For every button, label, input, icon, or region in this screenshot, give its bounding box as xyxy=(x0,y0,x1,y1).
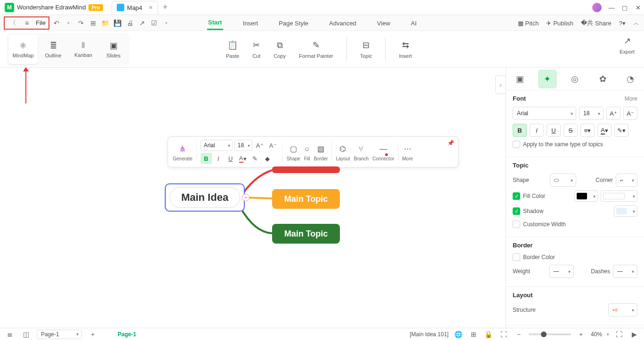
add-tab-button[interactable]: + xyxy=(163,2,168,12)
highlight-button[interactable]: ✎ xyxy=(250,153,261,164)
maximize-button[interactable]: ▢ xyxy=(621,4,628,11)
strike-panel-button[interactable]: S xyxy=(564,124,578,137)
pin-icon[interactable]: 📌 xyxy=(447,140,454,146)
fontcolor-panel-button[interactable]: A▾ xyxy=(597,124,612,137)
italic-panel-button[interactable]: I xyxy=(530,124,544,137)
shape-button[interactable]: ▢Shape xyxy=(287,143,300,161)
tab-advanced[interactable]: Advanced xyxy=(328,17,357,30)
font-select[interactable]: Arial xyxy=(201,140,233,151)
decrease-font-panel[interactable]: A⁻ xyxy=(623,107,637,120)
weight-select[interactable]: — xyxy=(549,265,574,278)
generate-button[interactable]: ⋔ Generate xyxy=(173,143,193,161)
tab-insert[interactable]: Insert xyxy=(242,17,259,30)
more-button[interactable]: ⋯More xyxy=(402,143,413,161)
panel-tab-clipart[interactable]: ✿ xyxy=(593,70,612,88)
menu-icon[interactable]: ≡ xyxy=(22,18,32,28)
bordercolor-checkbox[interactable] xyxy=(513,253,520,261)
apply-same-checkbox[interactable] xyxy=(513,141,520,148)
connector-button[interactable]: —Connector xyxy=(372,143,394,161)
fill-button[interactable]: ○Fill xyxy=(304,143,310,161)
pitch-button[interactable]: ▦ Pitch xyxy=(518,20,539,27)
increase-font-panel[interactable]: A⁺ xyxy=(606,107,620,120)
fillcolor-picker[interactable] xyxy=(574,190,598,202)
collapse-panel-button[interactable]: › xyxy=(495,75,506,94)
cut-button[interactable]: ✂Cut xyxy=(252,40,260,59)
topic-button[interactable]: ⊟Topic xyxy=(360,40,372,59)
close-window-button[interactable]: ✕ xyxy=(635,4,641,11)
collapse-ribbon-button[interactable]: ︿ xyxy=(633,19,639,27)
present-icon[interactable]: ▶ xyxy=(629,329,639,340)
fontsize-select[interactable]: 18 xyxy=(234,140,252,151)
help-button[interactable]: ?▾ xyxy=(619,20,626,27)
insert-ribbon-button[interactable]: ⇆Insert xyxy=(399,40,412,59)
bold-panel-button[interactable]: B xyxy=(513,124,527,137)
border-button[interactable]: ▧Border xyxy=(314,143,328,161)
canvas[interactable]: ⋔ Generate Arial 18 A⁺ A⁻ B I U A▾ ✎ ◆ ▢… xyxy=(0,68,506,328)
zoom-out-button[interactable]: − xyxy=(514,329,524,340)
panel-tab-style[interactable]: ▣ xyxy=(510,70,529,88)
italic-button[interactable]: I xyxy=(213,153,224,164)
panel-tab-history[interactable]: ◔ xyxy=(621,70,640,88)
qat-more[interactable]: ▾ xyxy=(161,18,172,28)
zoom-slider[interactable] xyxy=(529,333,571,335)
topic-node-2[interactable]: Main Topic xyxy=(272,189,340,209)
font-family-select[interactable]: Arial xyxy=(513,107,576,120)
redo-button[interactable]: ↷ xyxy=(76,18,86,28)
decrease-font-button[interactable]: A⁻ xyxy=(267,140,279,151)
fit-icon[interactable]: ⛶ xyxy=(499,329,509,340)
corner-select[interactable]: ⌐ xyxy=(616,174,637,187)
fullscreen-icon[interactable]: ⛶ xyxy=(614,329,624,340)
topic-node-1[interactable] xyxy=(272,166,340,173)
back-icon[interactable]: 〈 xyxy=(8,18,18,28)
main-idea-node[interactable]: Main Idea − xyxy=(165,183,245,212)
customize-width-checkbox[interactable] xyxy=(513,221,520,228)
active-page-label[interactable]: Page-1 xyxy=(118,331,136,338)
globe-icon[interactable]: 🌐 xyxy=(453,329,464,340)
copy-button[interactable]: ⧉Copy xyxy=(274,40,286,59)
panel-tab-icon[interactable]: ◎ xyxy=(565,70,584,88)
paste-button[interactable]: 📋Paste xyxy=(226,40,239,59)
add-page-button[interactable]: + xyxy=(88,329,98,340)
zoom-dropdown[interactable]: ▾ xyxy=(607,332,609,337)
panel-tab-theme[interactable]: ✦ xyxy=(538,70,557,88)
minimize-button[interactable]: — xyxy=(608,4,615,11)
fontcolor-button[interactable]: A▾ xyxy=(237,153,249,164)
tab-start[interactable]: Start xyxy=(207,16,223,30)
branch-button[interactable]: ⑂Branch xyxy=(354,143,369,161)
open-button[interactable]: 📁 xyxy=(100,18,111,28)
fillcolor-checkbox[interactable]: ✓ xyxy=(513,192,520,200)
print-button[interactable]: 🖨 xyxy=(125,18,135,28)
increase-font-button[interactable]: A⁺ xyxy=(254,140,266,151)
export-qat-button[interactable]: ↗ xyxy=(137,18,147,28)
tab-view[interactable]: View xyxy=(376,17,391,30)
layout-button[interactable]: ⌬Layout xyxy=(336,143,350,161)
underline-button[interactable]: U xyxy=(225,153,236,164)
mindmap-mode-button[interactable]: ⚛MindMap xyxy=(8,35,38,64)
align-panel-button[interactable]: ≡▾ xyxy=(580,124,595,137)
highlight-panel-button[interactable]: ✎▾ xyxy=(614,124,628,137)
format-painter-button[interactable]: ✎Format Painter xyxy=(299,40,333,59)
publish-button[interactable]: ✈ Publish xyxy=(546,20,573,27)
structure-select[interactable]: ▪≡ xyxy=(608,303,637,316)
tab-ai[interactable]: AI xyxy=(410,17,418,30)
zoom-in-button[interactable]: + xyxy=(576,329,586,340)
outline-mode-button[interactable]: ≣Outline xyxy=(39,35,68,64)
shape-select[interactable]: ⬭ xyxy=(550,174,576,187)
new-button[interactable]: ⊞ xyxy=(88,18,98,28)
split-view-icon[interactable]: ◫ xyxy=(21,329,31,340)
bold-button[interactable]: B xyxy=(201,153,212,164)
export-button[interactable]: ↗Export xyxy=(620,36,635,55)
tab-pagestyle[interactable]: Page Style xyxy=(278,17,309,30)
dashes-select[interactable]: — xyxy=(613,265,637,278)
page-select[interactable]: Page-1 xyxy=(37,330,82,339)
fillcolor2-picker[interactable] xyxy=(601,190,637,202)
font-size-select[interactable]: 18 xyxy=(579,107,604,120)
kanban-mode-button[interactable]: ⦀Kanban xyxy=(69,35,98,64)
document-tab[interactable]: Map4 × xyxy=(112,1,158,14)
save-button[interactable]: 💾 xyxy=(113,18,123,28)
close-tab-icon[interactable]: × xyxy=(149,4,153,11)
file-menu-button[interactable]: File xyxy=(36,19,46,26)
clear-format-button[interactable]: ◆ xyxy=(262,153,273,164)
share-button[interactable]: �共 Share xyxy=(581,19,612,27)
collapse-handle[interactable]: − xyxy=(242,194,250,201)
